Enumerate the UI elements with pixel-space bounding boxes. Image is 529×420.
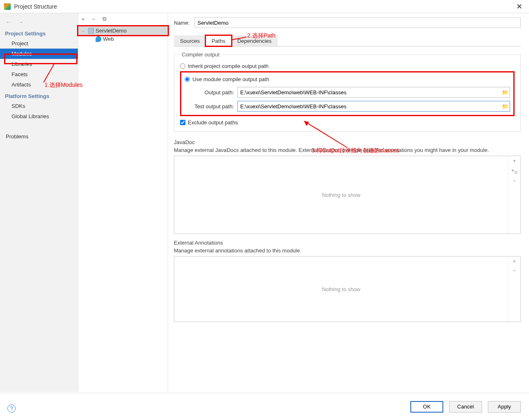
nav-arrows: ← → (0, 16, 78, 27)
module-icon (88, 28, 94, 34)
compiler-output-legend: Compiler output (180, 51, 221, 58)
tab-dependencies[interactable]: Dependencies (231, 35, 278, 46)
radio-inherit[interactable] (180, 63, 185, 69)
sidebar-item-facets[interactable]: Facets (0, 69, 78, 79)
ext-ann-title: External Annotations (174, 240, 521, 246)
name-input[interactable] (194, 17, 521, 28)
apply-button[interactable]: Apply (488, 401, 521, 413)
copy-icon[interactable]: ⧉ (103, 16, 106, 22)
sidebar-item-sdks[interactable]: SDKs (0, 101, 78, 111)
close-icon[interactable]: ✕ (514, 2, 525, 11)
content-panel: Name: Sources Paths Dependencies Compile… (168, 13, 529, 392)
output-path-input[interactable] (238, 87, 501, 97)
tree-child-label: Web (103, 36, 114, 42)
test-output-path-input[interactable] (238, 101, 501, 111)
tab-sources[interactable]: Sources (174, 35, 206, 46)
browse-icon[interactable]: 📁 (501, 89, 510, 96)
exclude-label: Exclude output paths (188, 119, 238, 126)
add-icon[interactable]: + (513, 158, 516, 164)
output-path-label: Output path: (185, 89, 234, 96)
sidebar-item-modules[interactable]: Modules (0, 49, 78, 59)
test-output-path-label: Test output path: (185, 103, 234, 110)
compiler-output-group: Compiler output Inherit project compile … (174, 51, 521, 132)
radio-module-label: Use module compile output path (192, 76, 269, 82)
section-project-settings: Project Settings (0, 27, 78, 38)
javadoc-title: JavaDoc (174, 139, 521, 145)
name-label: Name: (174, 20, 190, 26)
remove-icon[interactable]: − (513, 178, 516, 184)
add-icon[interactable]: + (82, 16, 85, 22)
sidebar-item-global-libraries[interactable]: Global Libraries (0, 111, 78, 121)
bottom-bar: ? OK Cancel Apply (0, 393, 529, 420)
sidebar: ← → Project Settings Project Modules Lib… (0, 13, 78, 392)
module-tree-panel: + − ⧉ ⌄ ServletDemo Web (78, 13, 168, 392)
remove-icon[interactable]: − (513, 268, 516, 274)
add-icon[interactable]: + (513, 258, 516, 264)
ext-ann-desc: Manage external annotations attached to … (174, 247, 521, 254)
window-title: Project Structure (14, 3, 514, 10)
cancel-button[interactable]: Cancel (449, 401, 482, 413)
remove-icon[interactable]: − (92, 16, 96, 22)
sidebar-item-artifacts[interactable]: Artifacts (0, 79, 78, 90)
web-icon (96, 36, 101, 42)
javadoc-desc: Manage external JavaDocs attached to thi… (174, 147, 521, 153)
browse-icon[interactable]: 📁 (501, 103, 510, 110)
back-icon[interactable]: ← (6, 19, 11, 25)
sidebar-item-project[interactable]: Project (0, 38, 78, 49)
tree-node-root[interactable]: ⌄ ServletDemo (77, 25, 169, 36)
app-icon (4, 3, 11, 10)
section-platform-settings: Platform Settings (0, 90, 78, 101)
javadoc-empty: Nothing to show (174, 156, 508, 233)
chevron-down-icon: ⌄ (82, 28, 87, 33)
help-icon[interactable]: ? (7, 404, 16, 413)
tree-root-label: ServletDemo (96, 28, 126, 34)
tree-node-web[interactable]: Web (78, 35, 168, 43)
add-url-icon[interactable]: +⊙ (511, 167, 518, 175)
ok-button[interactable]: OK (410, 401, 443, 413)
sidebar-item-problems[interactable]: Problems (0, 131, 78, 142)
ext-ann-empty: Nothing to show (174, 257, 508, 322)
tab-paths[interactable]: Paths (206, 35, 232, 46)
radio-module[interactable] (185, 77, 190, 82)
exclude-checkbox[interactable] (180, 120, 185, 125)
sidebar-item-libraries[interactable]: Libraries (0, 59, 78, 69)
ext-ann-list: Nothing to show + − (174, 256, 521, 322)
tabs: Sources Paths Dependencies (174, 35, 521, 47)
javadoc-list: Nothing to show + +⊙ − (174, 156, 521, 234)
forward-icon[interactable]: → (18, 19, 23, 25)
titlebar: Project Structure ✕ (0, 0, 529, 13)
radio-inherit-label: Inherit project compile output path (188, 63, 269, 69)
